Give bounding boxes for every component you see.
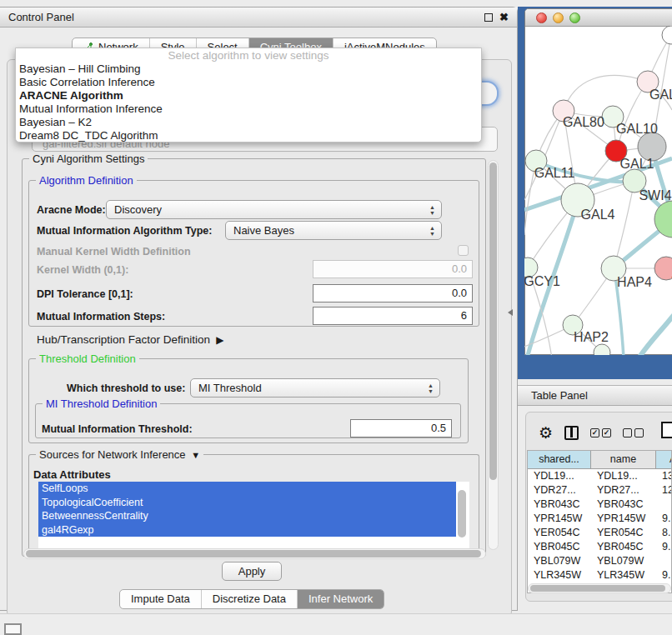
select-all-icon[interactable]: ✓✓ (590, 428, 611, 438)
manual-kernel-checkbox[interactable] (458, 245, 469, 256)
table-row[interactable]: YBR043CYBR043C (528, 498, 671, 512)
network-node-label: HAP2 (574, 330, 609, 344)
stepper-icon: ▲▼ (429, 204, 435, 216)
network-canvas[interactable]: GAL8GAL80GAL10GAL1SWI4GAL11GAL4GCY1HAP4Y… (524, 26, 672, 355)
table-cell: YDR27... (528, 483, 591, 498)
column-browser-icon[interactable] (564, 426, 579, 440)
settings-vertical-scrollbar[interactable] (488, 160, 499, 550)
table-column-header[interactable]: name (591, 451, 656, 469)
network-node[interactable] (662, 26, 672, 44)
network-node-label: GCY1 (524, 274, 560, 288)
table-row[interactable]: YER054CYER054C8. (528, 526, 671, 540)
apply-button[interactable]: Apply (222, 562, 282, 581)
table-row[interactable]: YPR145WYPR145W9. (528, 512, 671, 526)
float-icon[interactable] (484, 13, 493, 22)
settings-horizontal-scrollbar[interactable] (23, 548, 486, 559)
network-node-label: GAL8 (649, 88, 672, 102)
close-traffic-light-icon[interactable] (536, 12, 547, 23)
network-node[interactable] (654, 257, 672, 280)
table-panel-titlebar: Table Panel (518, 385, 672, 406)
algorithm-option[interactable]: Bayesian – Hill Climbing (16, 62, 481, 76)
tab-discretize-data[interactable]: Discretize Data (201, 590, 297, 608)
table-row[interactable]: YBR045CYBR045C9. (528, 540, 671, 554)
data-attributes-list[interactable]: SelfLoopsTopologicalCoefficientBetweenne… (38, 482, 469, 548)
attribute-list-item[interactable]: TopologicalCoefficient (38, 496, 456, 510)
aracne-mode-combo[interactable]: Discovery ▲▼ (106, 200, 442, 219)
algorithm-option[interactable]: Mutual Information Inference (16, 102, 481, 116)
mi-steps-label: Mutual Information Steps: (37, 311, 165, 322)
close-icon[interactable]: ✖ (499, 13, 509, 22)
dpi-tolerance-label: DPI Tolerance [0,1]: (37, 288, 133, 300)
table-cell: YER054C (591, 526, 656, 540)
which-threshold-combo[interactable]: MI Threshold ▲▼ (190, 378, 440, 398)
network-edge[interactable] (564, 75, 648, 111)
table-cell: 12 (656, 483, 672, 498)
network-node[interactable] (594, 344, 610, 355)
table-row[interactable]: YBL079WYBL079W (528, 554, 671, 568)
table-cell: YER054C (528, 526, 591, 540)
deselect-all-icon[interactable] (623, 428, 644, 438)
table-horizontal-scrollbar[interactable] (528, 583, 671, 593)
minimize-traffic-light-icon[interactable] (553, 12, 564, 23)
table-toolbar: ⚙ ✓✓ (527, 420, 672, 445)
table-column-header[interactable]: A (656, 451, 672, 469)
table-panel-title: Table Panel (531, 389, 588, 402)
table-cell: YPR145W (591, 512, 656, 526)
mi-steps-input[interactable]: 6 (313, 307, 473, 325)
table-body: YDL19...YDL19...13YDR27...YDR27...12YBR0… (528, 469, 671, 593)
table-cell: YDR27... (591, 483, 656, 498)
network-node-label: GAL11 (534, 166, 575, 180)
table-column-header[interactable]: shared... (528, 451, 591, 469)
tab-label: Discretize Data (213, 590, 286, 608)
hub-definition-label: Hub/Transcription Factor Definition (37, 333, 210, 346)
algorithm-option[interactable]: Dream8 DC_TDC Algorithm (16, 129, 481, 142)
tab-impute-data[interactable]: Impute Data (120, 590, 201, 608)
hub-definition-toggle[interactable]: Hub/Transcription Factor Definition ▶ (37, 333, 223, 346)
network-edge[interactable] (639, 315, 672, 355)
attribute-list-item[interactable]: SelfLoops (38, 482, 456, 496)
manual-kernel-label: Manual Kernel Width Definition (37, 246, 191, 258)
table-row[interactable]: YDL19...YDL19...13 (528, 469, 671, 483)
table-cell: YLR345W (528, 568, 591, 582)
screen: Control Panel ✖ Network Style Select Cyn… (0, 0, 672, 635)
attribute-list-item[interactable]: BetweennessCentrality (38, 509, 456, 523)
table-cell: YLR345W (591, 568, 656, 582)
control-panel-title: Control Panel (8, 11, 484, 23)
dropdown-hint: Select algorithm to view settings (16, 48, 481, 62)
mi-threshold-input[interactable]: 0.5 (350, 419, 452, 438)
bottom-tabbar: Impute Data Discretize Data Infer Networ… (119, 589, 384, 609)
dpi-tolerance-input[interactable]: 0.0 (313, 284, 473, 302)
node-table[interactable]: shared...nameA YDL19...YDL19...13YDR27..… (527, 450, 672, 593)
document-icon[interactable] (661, 422, 672, 438)
network-node-label: GAL1 (620, 157, 654, 171)
algorithm-option[interactable]: ARACNE Algorithm (16, 89, 481, 102)
tab-infer-network[interactable]: Infer Network (297, 590, 384, 608)
table-row[interactable]: YDR27...YDR27...12 (528, 483, 671, 498)
mi-type-combo[interactable]: Naive Bayes ▲▼ (225, 221, 442, 240)
table-cell: 8. (656, 526, 672, 540)
table-header-row: shared...nameA (528, 451, 671, 469)
splitter-collapse-handle[interactable] (508, 309, 513, 316)
network-node-label: HAP4 (617, 275, 652, 289)
mi-threshold-group-title: MI Threshold Definition (43, 398, 160, 410)
kernel-width-input[interactable]: 0.0 (313, 260, 473, 278)
zoom-traffic-light-icon[interactable] (569, 12, 580, 23)
data-attributes-label: Data Attributes (33, 468, 111, 481)
sources-group-title[interactable]: Sources for Network Inference ▼ (36, 448, 203, 462)
attribute-list-item[interactable]: gal4RGexp (38, 523, 456, 538)
settings-group-title: Cyni Algorithm Settings (29, 152, 148, 165)
expanded-arrow-icon: ▼ (188, 450, 200, 460)
gear-icon[interactable]: ⚙ (539, 425, 553, 441)
table-row[interactable]: YLR345WYLR345W9. (528, 568, 671, 582)
table-cell (656, 498, 672, 512)
mi-threshold-label: Mutual Information Threshold: (42, 423, 193, 435)
table-cell: YDL19... (591, 469, 656, 483)
bottom-strip (0, 613, 672, 635)
algorithm-option[interactable]: Basic Correlation Inference (16, 76, 481, 89)
tab-label: Infer Network (308, 590, 373, 608)
algorithm-dropdown-popup: Select algorithm to view settings Bayesi… (15, 48, 482, 142)
control-panel-titlebar: Control Panel ✖ (0, 8, 517, 28)
minimized-panel-icon[interactable] (4, 623, 22, 635)
algorithm-option[interactable]: Bayesian – K2 (16, 116, 481, 129)
attribute-list-scrollbar[interactable] (458, 490, 466, 538)
